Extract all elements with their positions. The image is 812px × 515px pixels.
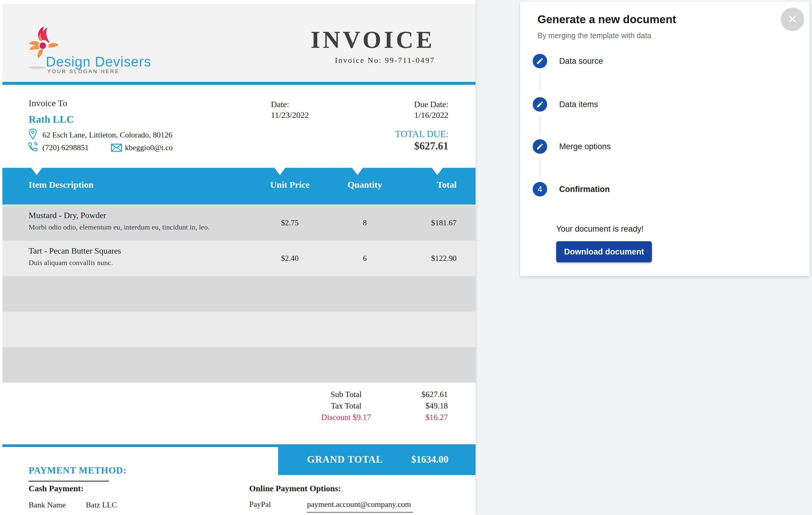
step-label-merge-options[interactable]: Merge options bbox=[559, 139, 611, 154]
online-payment-heading: Online Payment Options: bbox=[249, 484, 341, 493]
step-icon-confirmation[interactable]: 4 bbox=[533, 182, 547, 196]
total-due-value: $627.61 bbox=[361, 140, 448, 152]
column-header-unit-price: Unit Price bbox=[254, 180, 326, 190]
client-phone: (720) 6298851 bbox=[42, 143, 89, 152]
item-unit-price: $2.40 bbox=[254, 254, 326, 263]
header-notch bbox=[31, 168, 42, 175]
document-ready-message: Your document is ready! bbox=[556, 224, 643, 234]
paypal-label: PayPal bbox=[249, 500, 271, 509]
payment-method-heading: PAYMENT METHOD: bbox=[29, 465, 126, 476]
close-icon: ✕ bbox=[788, 13, 797, 25]
item-total: $122.90 bbox=[394, 254, 457, 263]
subtotal-label: Sub Total bbox=[310, 390, 382, 399]
header-notch bbox=[432, 168, 443, 175]
item-quantity: 6 bbox=[335, 254, 395, 263]
table-row-empty bbox=[2, 347, 475, 383]
invoice-title: INVOICE bbox=[290, 28, 435, 52]
location-pin-icon bbox=[28, 128, 38, 140]
due-date-label: Due Date: bbox=[361, 99, 448, 109]
step-connector bbox=[540, 116, 540, 134]
total-due-label: TOTAL DUE: bbox=[361, 129, 448, 140]
item-unit-price: $2.75 bbox=[254, 218, 326, 228]
payment-heading-underline bbox=[29, 481, 109, 482]
panel-subtitle: By merging the template with data bbox=[538, 31, 651, 40]
pencil-icon bbox=[536, 100, 544, 108]
client-name: Rath LLC bbox=[29, 114, 74, 125]
date-value: 11/23/2022 bbox=[271, 111, 309, 120]
generate-document-panel: Generate a new document By merging the t… bbox=[520, 2, 810, 276]
step-label-confirmation[interactable]: Confirmation bbox=[559, 182, 610, 196]
step-label-data-items[interactable]: Data items bbox=[559, 97, 598, 112]
item-name: Mustard - Dry, Powder bbox=[29, 211, 106, 220]
header-divider-bar bbox=[2, 82, 475, 85]
client-email: kbeggio0@t.co bbox=[125, 143, 173, 152]
invoice-to-label: Invoice To bbox=[29, 98, 67, 108]
grand-total-value: $1634.00 bbox=[411, 454, 448, 465]
tax-total-label: Tax Total bbox=[310, 401, 382, 411]
item-description: Duis aliquam convallis nunc. bbox=[29, 259, 113, 267]
paypal-row-divider bbox=[307, 512, 413, 513]
discount-value: $16.27 bbox=[391, 413, 448, 422]
item-quantity: 8 bbox=[335, 218, 395, 228]
subtotal-value: $627.61 bbox=[391, 390, 448, 399]
invoice-document-preview: Design Devisers YOUR SLOGAN HERE INVOICE… bbox=[0, 0, 475, 515]
table-row-empty bbox=[2, 312, 475, 347]
due-date-value: 1/16/2022 bbox=[361, 111, 448, 120]
date-label: Date: bbox=[271, 99, 289, 109]
item-name: Tart - Pecan Butter Squares bbox=[29, 246, 121, 256]
item-total: $181.67 bbox=[394, 218, 457, 228]
column-header-quantity: Quantity bbox=[335, 180, 395, 190]
step-icon-merge-options[interactable] bbox=[533, 139, 547, 154]
step-number: 4 bbox=[538, 185, 542, 194]
header-notch bbox=[352, 168, 363, 175]
bank-name-value: Batz LLC bbox=[86, 501, 117, 510]
brand-name: Design Devisers bbox=[46, 54, 151, 70]
column-header-description: Item Description bbox=[29, 180, 94, 190]
download-document-button[interactable]: Download document bbox=[556, 241, 652, 262]
phone-icon bbox=[27, 141, 38, 152]
step-connector bbox=[540, 158, 540, 177]
brand-slogan: YOUR SLOGAN HERE bbox=[47, 68, 120, 74]
grand-total-accent-line bbox=[2, 444, 278, 447]
step-label-data-source[interactable]: Data source bbox=[559, 54, 603, 68]
bank-name-label: Bank Name bbox=[29, 501, 66, 510]
item-description: Morbi odio odio, elementum eu, interdum … bbox=[29, 223, 209, 231]
close-button[interactable]: ✕ bbox=[781, 7, 804, 31]
header-notch bbox=[274, 168, 285, 175]
table-row: Mustard - Dry, Powder Morbi odio odio, e… bbox=[2, 205, 475, 241]
mail-icon bbox=[111, 143, 122, 152]
invoice-title-block: INVOICE Invoice No: 99-711-0497 bbox=[290, 28, 435, 65]
step-icon-data-source[interactable] bbox=[533, 54, 547, 68]
invoice-number: Invoice No: 99-711-0497 bbox=[290, 56, 435, 65]
step-icon-data-items[interactable] bbox=[533, 97, 547, 112]
logo-shadow bbox=[29, 66, 45, 69]
pencil-icon bbox=[536, 57, 544, 65]
table-row-empty bbox=[2, 276, 475, 312]
pencil-icon bbox=[536, 143, 544, 150]
tax-total-value: $49.18 bbox=[391, 401, 448, 411]
cash-payment-heading: Cash Payment: bbox=[29, 484, 84, 493]
column-header-total: Total bbox=[411, 180, 457, 190]
grand-total-band: GRAND TOTAL $1634.00 bbox=[278, 444, 475, 475]
grand-total-label: GRAND TOTAL bbox=[307, 454, 383, 465]
panel-title: Generate a new document bbox=[538, 13, 676, 26]
step-connector bbox=[540, 73, 540, 91]
paypal-account-value: payment.account@company.com bbox=[307, 500, 411, 509]
client-address: 62 Esch Lane, Littleton, Colorado, 80126 bbox=[42, 130, 172, 140]
discount-label: Discount $9.17 bbox=[310, 413, 382, 422]
table-row: Tart - Pecan Butter Squares Duis aliquam… bbox=[2, 241, 475, 276]
